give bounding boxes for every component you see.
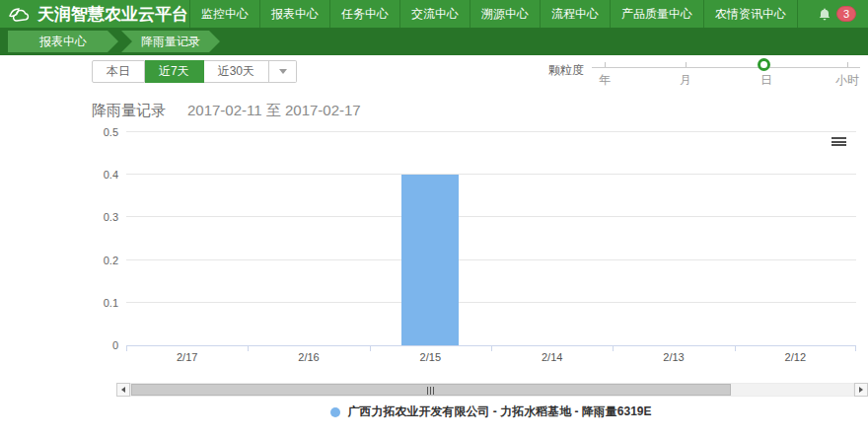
top-nav: 天润智慧农业云平台 监控中心报表中心任务中心交流中心溯源中心流程中心产品质量中心…	[0, 0, 868, 28]
nav-item[interactable]: 监控中心	[189, 0, 259, 28]
breadcrumb-item[interactable]: 降雨量记录	[121, 31, 220, 52]
slider-tick	[847, 62, 848, 67]
legend-label: 广西力拓农业开发有限公司 - 力拓水稻基地 - 降雨量6319E	[347, 403, 651, 420]
filter-button[interactable]: 本日	[92, 60, 145, 83]
nav-item[interactable]: 产品质量中心	[610, 0, 703, 28]
arrow-left-icon	[121, 387, 125, 393]
y-axis-label: 0.3	[87, 211, 118, 223]
x-axis-label: 2/12	[735, 351, 856, 363]
x-axis-tick	[248, 345, 249, 351]
chart-title-row: 降雨量记录2017-02-11 至 2017-02-17	[92, 102, 361, 120]
grid-line	[126, 259, 856, 260]
slider-option-label[interactable]: 年	[599, 72, 611, 89]
nav-item[interactable]: 报表中心	[259, 0, 329, 28]
slider-option-label[interactable]: 小时	[835, 72, 859, 89]
slider-option-label[interactable]: 月	[680, 72, 691, 89]
rainfall-chart: 00.10.20.30.40.52/172/162/152/142/132/12	[0, 126, 868, 375]
leaf-cloud-logo-icon	[8, 6, 32, 23]
bar[interactable]	[401, 175, 459, 345]
logo-text: 天润智慧农业云平台	[37, 3, 188, 26]
nav-right: 3	[818, 0, 868, 28]
x-axis-tick	[855, 345, 856, 351]
granularity-slider[interactable]: 年月日小时	[592, 55, 860, 89]
y-axis-label: 0	[87, 339, 118, 351]
arrow-right-icon	[859, 387, 863, 393]
breadcrumb-item[interactable]: 报表中心	[8, 31, 118, 52]
granularity-label: 颗粒度	[548, 62, 584, 79]
chart-menu-button[interactable]	[832, 137, 846, 148]
filter-more-button[interactable]	[269, 60, 297, 83]
x-axis-label: 2/14	[491, 351, 613, 363]
breadcrumb: 报表中心降雨量记录	[0, 28, 868, 55]
slider-option-label[interactable]: 日	[760, 72, 772, 89]
x-axis-tick	[491, 345, 492, 351]
nav-menu: 监控中心报表中心任务中心交流中心溯源中心流程中心产品质量中心农情资讯中心	[189, 0, 798, 28]
x-axis-label: 2/17	[126, 351, 248, 363]
app-window: 天润智慧农业云平台 监控中心报表中心任务中心交流中心溯源中心流程中心产品质量中心…	[0, 0, 868, 440]
plot-area: 00.10.20.30.40.52/172/162/152/142/132/12	[126, 133, 856, 346]
slider-tick	[605, 62, 606, 67]
chart-legend[interactable]: 广西力拓农业开发有限公司 - 力拓水稻基地 - 降雨量6319E	[126, 403, 856, 420]
slider-handle[interactable]	[758, 58, 770, 71]
page-title: 降雨量记录	[92, 102, 166, 118]
y-axis-label: 0.2	[87, 255, 118, 266]
x-axis-label: 2/16	[248, 351, 369, 363]
nav-item[interactable]: 任务中心	[329, 0, 399, 28]
notification-bell-icon[interactable]	[818, 7, 832, 22]
scrollbar-left-button[interactable]	[116, 383, 130, 397]
notification-badge[interactable]: 3	[836, 6, 856, 22]
x-axis-tick	[735, 345, 736, 351]
nav-item[interactable]: 流程中心	[540, 0, 610, 28]
scrollbar-track[interactable]	[130, 383, 854, 397]
grid-line	[126, 302, 856, 303]
chart-scrollbar	[116, 383, 868, 397]
nav-item[interactable]: 农情资讯中心	[703, 0, 798, 28]
x-axis-tick	[613, 345, 614, 351]
y-axis-label: 0.5	[87, 126, 118, 138]
legend-marker-icon	[330, 407, 340, 417]
x-axis-label: 2/15	[370, 351, 491, 363]
grid-line	[126, 216, 856, 217]
x-axis-tick	[126, 345, 127, 351]
x-axis-tick	[370, 345, 371, 351]
scrollbar-thumb[interactable]	[131, 384, 731, 396]
grid-line	[126, 131, 856, 132]
thumb-grip-icon	[427, 387, 435, 395]
filter-button[interactable]: 近7天	[145, 60, 204, 83]
date-filter-group: 本日近7天近30天	[92, 60, 297, 83]
nav-item[interactable]: 交流中心	[399, 0, 470, 28]
y-axis-label: 0.4	[87, 169, 118, 181]
slider-tick	[686, 62, 687, 67]
scrollbar-right-button[interactable]	[854, 383, 868, 397]
y-axis-label: 0.1	[87, 297, 118, 309]
x-axis-label: 2/13	[613, 351, 734, 363]
logo[interactable]: 天润智慧农业云平台	[0, 0, 189, 28]
caret-down-icon	[279, 69, 287, 74]
date-range: 2017-02-11 至 2017-02-17	[187, 102, 361, 118]
filter-button[interactable]: 近30天	[204, 60, 269, 83]
grid-line	[126, 174, 856, 175]
nav-item[interactable]: 溯源中心	[470, 0, 540, 28]
slider-track[interactable]	[592, 67, 860, 68]
